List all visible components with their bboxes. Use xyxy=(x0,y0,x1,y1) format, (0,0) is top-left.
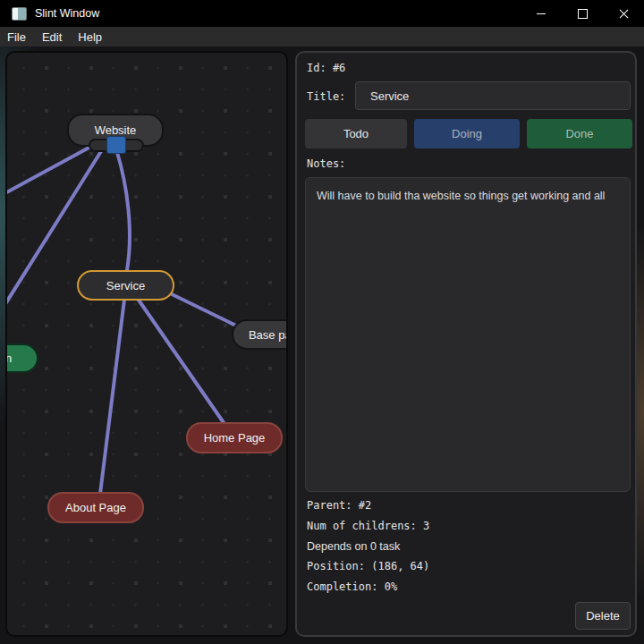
position-info: Position: (186, 64) xyxy=(307,560,429,572)
window-controls xyxy=(521,0,644,27)
node-website-label: Website xyxy=(95,123,137,137)
minimize-button[interactable] xyxy=(521,0,562,27)
status-todo-button[interactable]: Todo xyxy=(305,119,407,148)
node-base-page-label: Base page xyxy=(249,328,288,342)
task-detail-panel: Id: #6 Title: Todo Doing Done Notes: Wil… xyxy=(295,51,637,637)
parent-info: Parent: #2 xyxy=(307,499,371,512)
window-title: Slint Window xyxy=(35,7,99,20)
title-label: Title: xyxy=(307,90,345,103)
menu-help[interactable]: Help xyxy=(70,27,110,47)
minimize-icon xyxy=(537,13,546,14)
titlebar: Slint Window xyxy=(0,0,644,27)
completion-info: Completion: 0% xyxy=(307,580,397,593)
node-green-label: n xyxy=(5,352,12,365)
node-green-clipped[interactable]: n xyxy=(5,343,38,373)
status-done-button[interactable]: Done xyxy=(527,119,632,148)
node-about-page[interactable]: About Page xyxy=(47,492,144,523)
edge-service-homepage xyxy=(138,299,225,424)
menu-edit[interactable]: Edit xyxy=(34,27,70,47)
maximize-icon xyxy=(578,9,588,19)
app-icon xyxy=(12,7,27,21)
children-info: Num of childrens: 3 xyxy=(307,520,429,532)
depends-info: Depends on 0 task xyxy=(307,540,400,553)
node-base-page[interactable]: Base page xyxy=(232,319,288,350)
edge-website-service xyxy=(116,149,130,270)
node-service[interactable]: Service xyxy=(77,270,174,301)
node-service-label: Service xyxy=(106,279,145,292)
close-button[interactable] xyxy=(603,0,644,27)
menubar: File Edit Help xyxy=(0,27,644,47)
maximize-button[interactable] xyxy=(562,0,603,27)
node-website-drag-handle[interactable] xyxy=(106,136,126,154)
edge-service-aboutpage xyxy=(100,300,124,494)
edge-service-basepage xyxy=(166,292,240,327)
notes-label: Notes: xyxy=(307,157,345,170)
node-about-page-label: About Page xyxy=(65,501,126,514)
graph-canvas[interactable]: Website Service Base page n Home Page Ab… xyxy=(5,51,288,637)
close-icon xyxy=(619,9,629,19)
notes-textarea[interactable]: Will have to build tha website so things… xyxy=(305,177,631,492)
status-doing-button[interactable]: Doing xyxy=(414,119,520,148)
task-id: Id: #6 xyxy=(307,62,345,74)
menu-file[interactable]: File xyxy=(0,27,34,47)
node-home-page-label: Home Page xyxy=(204,431,266,445)
title-input[interactable] xyxy=(355,81,631,110)
node-home-page[interactable]: Home Page xyxy=(186,422,283,453)
delete-button[interactable]: Delete xyxy=(575,602,631,630)
